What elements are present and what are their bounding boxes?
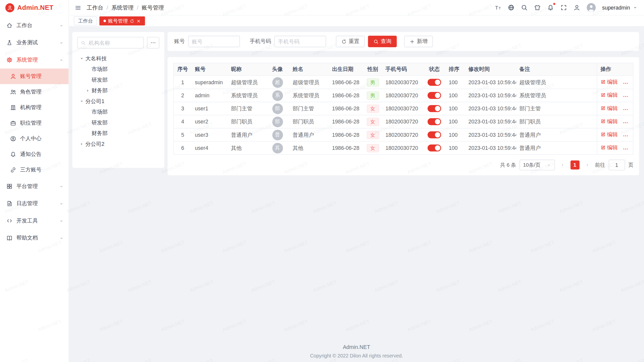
- tab-refresh-icon[interactable]: [130, 19, 134, 23]
- row-index: 4: [181, 119, 184, 125]
- more-actions-icon[interactable]: [623, 80, 628, 86]
- gender-tag: 男: [367, 78, 379, 86]
- user-avatar[interactable]: [587, 3, 596, 12]
- edit-button[interactable]: 编辑: [600, 144, 618, 151]
- sidebar-subitem-2-2[interactable]: 机构管理: [0, 100, 69, 115]
- sidebar-item-4[interactable]: 日志管理: [0, 195, 69, 212]
- status-toggle[interactable]: [428, 105, 441, 112]
- sidebar-item-0[interactable]: 工作台: [0, 17, 69, 34]
- edit-button[interactable]: 编辑: [600, 92, 618, 99]
- edit-icon: [600, 106, 606, 111]
- tab-工作台[interactable]: 工作台: [74, 16, 97, 25]
- account-input[interactable]: [188, 36, 240, 47]
- column-header: 出生日期: [329, 63, 363, 76]
- status-toggle[interactable]: [428, 79, 441, 86]
- sidebar-item-6[interactable]: 帮助文档: [0, 230, 69, 247]
- tree-node-6[interactable]: 研发部: [77, 117, 159, 128]
- more-actions-icon[interactable]: [623, 120, 628, 126]
- tools-icon: [6, 217, 13, 224]
- page-size-select[interactable]: 10条/页: [519, 160, 554, 170]
- caret-down-icon[interactable]: [79, 99, 85, 104]
- birth-cell: 1986-06-28: [332, 132, 359, 138]
- chevron-down-icon[interactable]: [633, 5, 637, 10]
- tab-close-icon[interactable]: [136, 19, 141, 23]
- gender-tag: 女: [367, 131, 379, 139]
- reset-button[interactable]: 重置: [336, 36, 365, 47]
- more-actions-icon[interactable]: [623, 133, 628, 139]
- tree-node-4[interactable]: 分公司1: [77, 96, 159, 107]
- sidebar-subitem-2-6[interactable]: 三方账号: [0, 162, 69, 178]
- status-toggle[interactable]: [428, 131, 441, 139]
- sidebar-subitem-2-4[interactable]: 个人中心: [0, 131, 69, 147]
- hamburger-icon[interactable]: [75, 4, 81, 11]
- next-page-button[interactable]: [583, 160, 592, 169]
- caret-placeholder: [85, 130, 91, 136]
- gender-tag: 女: [367, 144, 379, 152]
- page-number-1[interactable]: 1: [570, 160, 579, 169]
- search-icon: [373, 39, 379, 44]
- sidebar-item-3[interactable]: 平台管理: [0, 178, 69, 195]
- refresh-icon: [341, 39, 347, 44]
- status-toggle[interactable]: [428, 145, 441, 152]
- edit-button[interactable]: 编辑: [600, 118, 618, 125]
- tree-node-7[interactable]: 财务部: [77, 128, 159, 139]
- more-actions-icon[interactable]: [623, 146, 628, 152]
- sidebar-item-5[interactable]: 开发工具: [0, 212, 69, 230]
- sidebar-item-2[interactable]: 系统管理: [0, 51, 69, 69]
- username[interactable]: superadmin: [602, 5, 630, 11]
- gear-icon: [6, 57, 13, 63]
- goto-page-input[interactable]: [609, 160, 625, 170]
- org-search-input[interactable]: [88, 39, 140, 46]
- table-row: 4user2部门职员部部门职员1986-06-28女18020030720100…: [174, 115, 633, 128]
- add-button[interactable]: 新增: [404, 36, 433, 47]
- globe-icon[interactable]: [508, 4, 515, 11]
- tree-node-label: 财务部: [92, 87, 108, 94]
- tree-more-button[interactable]: [147, 37, 159, 49]
- sidebar-subitem-2-5[interactable]: 通知公告: [0, 147, 69, 162]
- mtime-cell: 2023-01-03 10:59:44: [468, 119, 516, 125]
- prev-page-button[interactable]: [558, 160, 567, 169]
- caret-right-icon[interactable]: [79, 141, 85, 147]
- tab-账号管理[interactable]: 账号管理: [99, 16, 145, 25]
- tree-node-2[interactable]: 研发部: [77, 75, 159, 85]
- status-toggle[interactable]: [428, 118, 441, 125]
- breadcrumb-item[interactable]: 工作台: [87, 4, 103, 11]
- tree-node-0[interactable]: 大名科技: [77, 53, 159, 64]
- row-index: 3: [181, 106, 184, 112]
- more-actions-icon[interactable]: [623, 94, 628, 99]
- search-button[interactable]: 查询: [368, 36, 397, 47]
- edit-button[interactable]: 编辑: [600, 105, 618, 112]
- row-index: 5: [181, 132, 184, 138]
- search-icon[interactable]: [521, 4, 528, 11]
- sidebar-subitem-2-0[interactable]: 账号管理: [0, 69, 69, 84]
- name-cell: 普通用户: [293, 131, 314, 138]
- tree-node-5[interactable]: 市场部: [77, 107, 159, 117]
- tree-node-label: 大名科技: [86, 55, 107, 62]
- edit-button[interactable]: 编辑: [600, 131, 618, 138]
- person-icon[interactable]: [573, 4, 580, 11]
- font-size-icon[interactable]: TT: [495, 4, 502, 11]
- phone-input[interactable]: [274, 36, 326, 47]
- breadcrumb-item[interactable]: 系统管理: [111, 4, 134, 11]
- theme-icon[interactable]: [534, 4, 541, 11]
- app-root: Admin.NET 工作台业务测试系统管理账号管理角色管理机构管理职位管理个人中…: [0, 0, 644, 362]
- fullscreen-icon[interactable]: [560, 4, 567, 11]
- caret-down-icon[interactable]: [79, 56, 85, 62]
- bell-icon[interactable]: [547, 4, 554, 11]
- tree-node-3[interactable]: 财务部: [77, 85, 159, 96]
- sidebar-subitem-2-3[interactable]: 职位管理: [0, 115, 69, 131]
- sidebar-subitem-2-1[interactable]: 角色管理: [0, 84, 69, 100]
- sidebar-item-1[interactable]: 业务测试: [0, 34, 69, 52]
- edit-button[interactable]: 编辑: [600, 78, 618, 86]
- column-header: 状态: [423, 63, 445, 76]
- status-toggle[interactable]: [428, 92, 441, 99]
- app-logo[interactable]: Admin.NET: [0, 0, 69, 16]
- caret-right-icon[interactable]: [85, 88, 91, 94]
- phone-cell: 18020030720: [385, 79, 418, 85]
- breadcrumb-item[interactable]: 账号管理: [142, 4, 164, 11]
- more-actions-icon[interactable]: [623, 107, 628, 113]
- add-label: 新增: [417, 38, 427, 45]
- sort-cell: 100: [449, 79, 458, 85]
- tree-node-1[interactable]: 市场部: [77, 64, 159, 75]
- tree-node-8[interactable]: 分公司2: [77, 139, 159, 149]
